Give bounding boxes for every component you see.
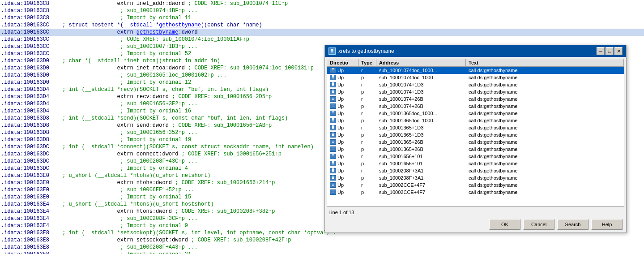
table-row[interactable]: ≣Uppsub_10001365+26Bcall ds:gethostbynam… (327, 146, 624, 153)
cell-direction: ≣Up (327, 117, 358, 124)
code-line: .idata:100163CC extrn gethostbyname:dwor… (0, 29, 644, 36)
cell-direction: ≣Up (327, 74, 358, 81)
row-icon: ≣ (330, 132, 336, 138)
code-line: .idata:100163E8 ; Import by ordinal 21 (0, 251, 644, 254)
cell-address: sub_1000208F+3A1 (376, 174, 466, 181)
table-row[interactable]: ≣Uppsub_1000208F+3A1call ds:gethostbynam… (327, 174, 624, 181)
cell-address: sub_10002CCE+4F7 (376, 189, 466, 196)
dialog-title: xrefs to gethostbyname (338, 48, 394, 54)
cell-direction: ≣Up (327, 189, 358, 196)
cell-text: call ds:gethostbyname (466, 131, 624, 138)
table-row[interactable]: ≣Uppsub_10001656+101call ds:gethostbynam… (327, 160, 624, 167)
cell-text: call ds:gethostbyname (466, 138, 624, 146)
cell-direction: ≣Up (327, 167, 358, 174)
table-row[interactable]: ≣Uprsub_10001365+26Bcall ds:gethostbynam… (327, 138, 624, 146)
row-icon: ≣ (330, 96, 336, 102)
dialog-icon: ≣ (328, 47, 336, 55)
row-icon: ≣ (330, 189, 336, 195)
cell-type: p (358, 88, 376, 95)
ok-button[interactable]: OK (489, 219, 520, 230)
cell-text: call ds:gethostbyname (466, 189, 624, 196)
dialog-title-left: ≣ xrefs to gethostbyname (328, 47, 394, 55)
cell-direction: ≣Up (327, 174, 358, 181)
cell-direction: ≣Up (327, 160, 358, 167)
cell-text: call ds:gethostbyname (466, 124, 624, 131)
cell-address: sub_10001656+101 (376, 160, 466, 167)
cell-type: p (358, 131, 376, 138)
row-icon: ≣ (330, 111, 336, 116)
cell-text: call ds:gethostbyname (466, 117, 624, 124)
table-body[interactable]: ≣Uprsub_10001074:loc_1000...call ds:geth… (327, 67, 624, 206)
cell-address: sub_1000208F+3A1 (376, 167, 466, 174)
cell-type: p (358, 117, 376, 124)
row-icon: ≣ (330, 68, 336, 73)
cell-address: sub_10001656+101 (376, 153, 466, 160)
table-row[interactable]: ≣Uprsub_10002CCE+4F7call ds:gethostbynam… (327, 181, 624, 189)
cell-address: sub_10001365+26B (376, 138, 466, 146)
table-row[interactable]: ≣Uppsub_10001074+1D3call ds:gethostbynam… (327, 88, 624, 95)
cell-text: call ds:gethostbyname (466, 153, 624, 160)
cell-type: r (358, 167, 376, 174)
row-icon: ≣ (330, 175, 336, 181)
dialog-titlebar: ≣ xrefs to gethostbyname ─ □ ✕ (325, 45, 626, 57)
cell-text: call ds:gethostbyname (466, 67, 624, 74)
cell-direction: ≣Up (327, 103, 358, 110)
row-icon: ≣ (330, 82, 336, 87)
cell-type: r (358, 124, 376, 131)
row-icon: ≣ (330, 103, 336, 109)
row-icon: ≣ (330, 168, 336, 173)
cell-address: sub_10001074+26B (376, 95, 466, 103)
table-row[interactable]: ≣Uppsub_10002CCE+4F7call ds:gethostbynam… (327, 189, 624, 196)
table-container: Directio Type Address Text ≣Uprsub_10001… (327, 59, 624, 207)
cell-text: call ds:gethostbyname (466, 146, 624, 153)
cell-direction: ≣Up (327, 110, 358, 117)
cell-address: sub_10002CCE+4F7 (376, 181, 466, 189)
minimize-button[interactable]: ─ (597, 47, 605, 55)
col-direction: Directio (327, 59, 358, 66)
table-row[interactable]: ≣Uppsub_10001074:loc_1000...call ds:geth… (327, 74, 624, 81)
code-line: .idata:100163E8 ; sub_1000208F+A43↑p ... (0, 244, 644, 251)
cell-address: sub_10001074+26B (376, 103, 466, 110)
cell-direction: ≣Up (327, 131, 358, 138)
cell-address: sub_10001365+1D3 (376, 131, 466, 138)
status-text: Line 1 of 18 (328, 210, 354, 215)
cell-text: call ds:gethostbyname (466, 81, 624, 88)
table-row[interactable]: ≣Uppsub_10001365+1D3call ds:gethostbynam… (327, 131, 624, 138)
cell-direction: ≣Up (327, 146, 358, 153)
dialog-buttons: OK Cancel Search Help (325, 216, 626, 232)
close-button[interactable]: ✕ (614, 47, 623, 55)
table-row[interactable]: ≣Uprsub_1000208F+3A1call ds:gethostbynam… (327, 167, 624, 174)
table-row[interactable]: ≣Uppsub_10001074+26Bcall ds:gethostbynam… (327, 103, 624, 110)
cell-text: call ds:gethostbyname (466, 174, 624, 181)
table-row[interactable]: ≣Uprsub_10001365:loc_1000...call ds:geth… (327, 110, 624, 117)
table-row[interactable]: ≣Uppsub_10001365:loc_1000...call ds:geth… (327, 117, 624, 124)
cancel-button[interactable]: Cancel (523, 219, 554, 230)
code-line: .idata:100163C8 extrn inet_addr:dword ; … (0, 0, 644, 7)
cell-text: call ds:gethostbyname (466, 88, 624, 95)
cell-address: sub_10001365:loc_1000... (376, 110, 466, 117)
cell-type: r (358, 110, 376, 117)
cell-address: sub_10001365:loc_1000... (376, 117, 466, 124)
cell-address: sub_10001074+1D3 (376, 88, 466, 95)
cell-direction: ≣Up (327, 153, 358, 160)
cell-text: call ds:gethostbyname (466, 95, 624, 103)
row-icon: ≣ (330, 139, 336, 145)
cell-type: r (358, 181, 376, 189)
cell-type: p (358, 174, 376, 181)
code-line: .idata:100163CC ; struct hostent *(__std… (0, 22, 644, 29)
cell-type: p (358, 160, 376, 167)
table-row[interactable]: ≣Uprsub_10001074+26Bcall ds:gethostbynam… (327, 95, 624, 103)
cell-type: p (358, 146, 376, 153)
code-line: .idata:100163CC ; CODE XREF: sub_1000107… (0, 36, 644, 43)
row-icon: ≣ (330, 125, 336, 130)
col-text: Text (466, 59, 624, 66)
help-button[interactable]: Help (591, 219, 623, 230)
table-row[interactable]: ≣Uprsub_10001656+101call ds:gethostbynam… (327, 153, 624, 160)
maximize-button[interactable]: □ (606, 47, 614, 55)
table-row[interactable]: ≣Uprsub_10001365+1D3call ds:gethostbynam… (327, 124, 624, 131)
table-header: Directio Type Address Text (327, 59, 624, 67)
table-row[interactable]: ≣Uprsub_10001074:loc_1000...call ds:geth… (327, 67, 624, 74)
cell-direction: ≣Up (327, 138, 358, 146)
search-button[interactable]: Search (557, 219, 589, 230)
table-row[interactable]: ≣Uprsub_10001074+1D3call ds:gethostbynam… (327, 81, 624, 88)
